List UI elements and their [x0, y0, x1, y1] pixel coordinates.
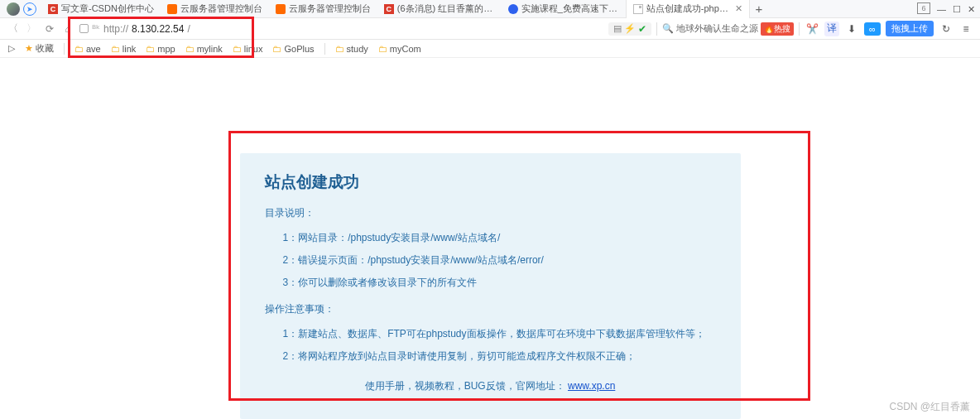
official-link[interactable]: www.xp.cn: [568, 380, 615, 392]
translate-icon[interactable]: 译: [824, 22, 839, 36]
folder-icon: 🗀: [335, 44, 344, 54]
home-button[interactable]: ⌂: [61, 23, 74, 35]
success-card: 站点创建成功 目录说明： 1：网站目录：/phpstudy安装目录/www/站点…: [240, 153, 741, 419]
search-placeholder: 地球外确认生命之源: [676, 22, 758, 35]
line-1: 1：网站目录：/phpstudy安装目录/www/站点域名/: [265, 227, 716, 249]
folder-icon: 🗀: [111, 44, 120, 54]
tab-label: 站点创建成功-phpstudy for w: [646, 2, 729, 15]
folder-icon: 🗀: [74, 44, 84, 54]
bm-item-4[interactable]: 🗀linux: [233, 44, 263, 54]
tab-label: 写文章-CSDN创作中心: [61, 2, 154, 15]
close-icon[interactable]: ✕: [735, 3, 742, 14]
section-1-title: 目录说明：: [265, 206, 716, 220]
tab-strip: ➤ C写文章-CSDN创作中心 云服务器管理控制台 云服务器管理控制台 C(6条…: [0, 0, 980, 18]
bm-item-0[interactable]: 🗀ave: [74, 44, 101, 54]
folder-icon: 🗀: [378, 44, 387, 54]
tab-label: 云服务器管理控制台: [180, 2, 262, 15]
search-icon: 🔍: [662, 23, 674, 34]
line-5: 2：将网站程序放到站点目录时请使用复制，剪切可能造成程序文件权限不正确；: [265, 345, 716, 368]
bm-item-1[interactable]: 🗀link: [111, 44, 137, 54]
tab-3[interactable]: C(6条消息) 红目香薰的博客_CSD: [377, 0, 502, 18]
upload-button[interactable]: 拖拽上传: [886, 21, 934, 36]
tab-label: 实施课程_免费高速下载|百度网: [521, 2, 619, 15]
page-viewport: 站点创建成功 目录说明： 1：网站目录：/phpstudy安装目录/www/站点…: [0, 58, 980, 419]
bm-toggle-icon[interactable]: ▷: [8, 43, 15, 54]
bm-item-2[interactable]: 🗀mpp: [146, 44, 175, 54]
line-2: 2：错误提示页面：/phpstudy安装目录/www/站点域名/error/: [265, 249, 716, 272]
tab-label: (6条消息) 红目香薰的博客_CSD: [397, 2, 495, 15]
url-prefix: http://: [103, 23, 128, 35]
close-window-icon[interactable]: ✕: [968, 0, 975, 18]
address-bar: 〈 〉 ⟳ ⌂ ᴮᵏ http://8.130.22.54/ ▤⚡✔ 🔍 地球外…: [0, 18, 980, 40]
search-box[interactable]: 🔍 地球外确认生命之源 🔥热搜: [662, 22, 794, 36]
card-title: 站点创建成功: [265, 171, 716, 193]
url-suffix: /: [187, 23, 190, 35]
tab-counter[interactable]: 6: [917, 2, 930, 14]
url-host: 8.130.22.54: [132, 23, 184, 35]
menu-icon[interactable]: ≡: [958, 22, 973, 36]
tab-label: 云服务器管理控制台: [289, 2, 371, 15]
section-2-title: 操作注意事项：: [265, 302, 716, 316]
back-button[interactable]: 〈: [7, 22, 20, 36]
profile-avatar[interactable]: [7, 2, 20, 16]
forward-button[interactable]: 〉: [25, 22, 38, 36]
card-footer: 使用手册，视频教程，BUG反馈，官网地址： www.xp.cn: [265, 379, 716, 393]
folder-icon: 🗀: [185, 44, 195, 54]
bm-item-7[interactable]: 🗀myCom: [378, 44, 421, 54]
url-field[interactable]: ᴮᵏ http://8.130.22.54/: [79, 23, 204, 35]
new-tab-button[interactable]: +: [750, 2, 768, 16]
watermark: CSDN @红目香薰: [889, 400, 970, 414]
reload-button[interactable]: ⟳: [43, 23, 56, 35]
download-icon[interactable]: ⬇: [844, 22, 859, 36]
folder-icon: 🗀: [272, 44, 281, 54]
bm-item-6[interactable]: 🗀study: [335, 44, 368, 54]
bookmarks-bar: ▷ ★收藏 🗀ave 🗀link 🗀mpp 🗀mylink 🗀linux 🗀Go…: [0, 40, 980, 58]
bm-item-5[interactable]: 🗀GoPlus: [272, 44, 314, 54]
bm-item-3[interactable]: 🗀mylink: [185, 44, 223, 54]
line-4: 1：新建站点、数据库、FTP可在phpstudy面板操作，数据库可在环境中下载数…: [265, 323, 716, 345]
send-icon[interactable]: ➤: [23, 2, 36, 16]
tab-1[interactable]: 云服务器管理控制台: [161, 0, 269, 18]
line-3: 3：你可以删除或者修改该目录下的所有文件: [265, 272, 716, 294]
folder-icon: 🗀: [146, 44, 155, 54]
folder-icon: 🗀: [233, 44, 242, 54]
star-icon: ★: [25, 43, 33, 54]
minimize-icon[interactable]: —: [937, 0, 946, 18]
tab-0[interactable]: C写文章-CSDN创作中心: [41, 0, 161, 18]
site-info-icon[interactable]: [79, 24, 89, 33]
scissors-icon[interactable]: ✂️: [805, 22, 819, 36]
tab-4[interactable]: 实施课程_免费高速下载|百度网: [502, 0, 626, 18]
tab-5[interactable]: 站点创建成功-phpstudy for w✕: [626, 0, 750, 18]
window-controls: — ☐ ✕: [937, 0, 975, 18]
history-icon[interactable]: ↻: [939, 22, 954, 36]
maximize-icon[interactable]: ☐: [953, 0, 961, 18]
ext-group[interactable]: ▤⚡✔: [608, 22, 651, 36]
hot-badge: 🔥热搜: [761, 22, 794, 36]
favorites-button[interactable]: ★收藏: [25, 42, 54, 55]
tab-2[interactable]: 云服务器管理控制台: [269, 0, 377, 18]
cloud-icon[interactable]: [864, 22, 881, 36]
